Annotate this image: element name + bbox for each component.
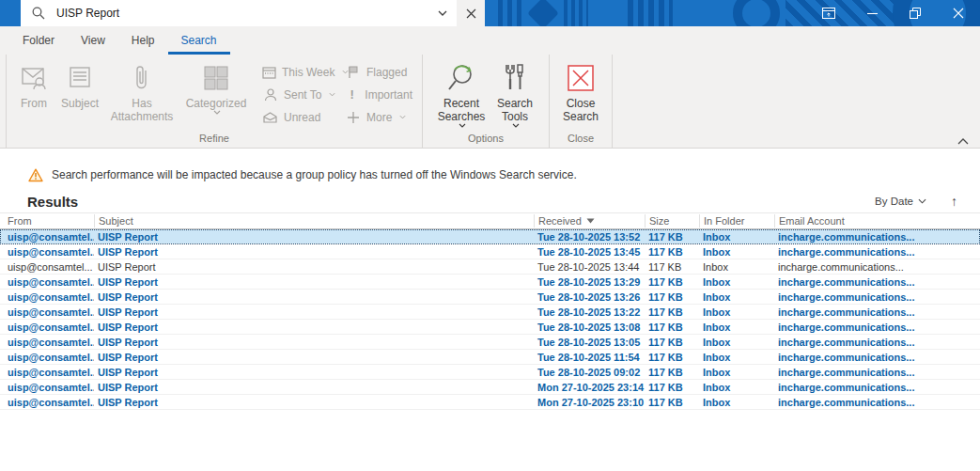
row-folder: Inbox (699, 231, 774, 243)
column-header-received[interactable]: Received (534, 214, 645, 228)
plus-icon (345, 112, 361, 123)
table-row[interactable]: uisp@consamtel... UISP Report Tue 28-10-… (0, 290, 980, 305)
table-row[interactable]: uisp@consamtel... UISP Report Mon 27-10-… (0, 395, 980, 410)
collapse-ribbon-icon[interactable] (957, 138, 969, 145)
row-size: 117 KB (645, 276, 699, 288)
sort-by-dropdown[interactable]: By Date (875, 196, 926, 207)
row-received: Tue 28-10-2025 13:52 (534, 231, 645, 243)
results-title: Results (27, 194, 875, 210)
row-folder: Inbox (699, 367, 774, 378)
search-box[interactable] (21, 0, 485, 26)
results-pane: Search performance will be impacted beca… (0, 149, 980, 410)
row-folder: Inbox (699, 276, 774, 288)
row-account: incharge.communications... (774, 397, 980, 408)
flag-icon (345, 66, 361, 79)
column-header-size[interactable]: Size (645, 214, 699, 228)
recent-searches-button[interactable]: Recent Searches (432, 56, 490, 128)
more-button[interactable]: More (345, 109, 412, 125)
tab-view[interactable]: View (68, 26, 118, 55)
table-row[interactable]: uisp@consamtel... UISP Report Tue 28-10-… (0, 229, 980, 244)
tab-help[interactable]: Help (118, 26, 168, 55)
search-input[interactable] (56, 7, 428, 20)
row-account: incharge.communications... (774, 231, 980, 243)
row-folder: Inbox (699, 352, 774, 363)
results-rows: uisp@consamtel... UISP Report Tue 28-10-… (0, 229, 980, 410)
row-account: incharge.communications... (774, 306, 980, 318)
row-subject: UISP Report (94, 246, 534, 258)
table-row[interactable]: uisp@consamtel... UISP Report Mon 27-10-… (0, 380, 980, 395)
column-header-from[interactable]: From (0, 214, 94, 228)
search-close-button[interactable] (457, 0, 485, 26)
this-week-button[interactable]: This Week (262, 64, 339, 80)
restore-button[interactable] (894, 0, 937, 26)
has-attachments-button[interactable]: Has Attachments (104, 56, 179, 123)
ribbon-display-options-button[interactable] (807, 0, 850, 26)
sort-direction-button[interactable]: ↑ (951, 194, 957, 209)
row-size: 117 KB (645, 337, 699, 348)
row-subject: UISP Report (94, 337, 534, 348)
tab-folder[interactable]: Folder (9, 26, 68, 55)
table-row[interactable]: uisp@consamtel... UISP Report Tue 28-10-… (0, 320, 980, 335)
row-folder: Inbox (699, 261, 774, 273)
row-size: 117 KB (645, 231, 699, 243)
row-account: incharge.communications... (774, 337, 980, 348)
flagged-button[interactable]: Flagged (345, 64, 412, 80)
row-folder: Inbox (699, 291, 774, 303)
search-dropdown-chevron-icon[interactable] (428, 0, 457, 26)
row-subject: UISP Report (94, 306, 534, 318)
sent-to-button[interactable]: Sent To (262, 86, 339, 102)
column-header-subject[interactable]: Subject (94, 214, 534, 228)
row-subject: UISP Report (94, 367, 534, 378)
row-folder: Inbox (699, 397, 774, 408)
column-header-email-account[interactable]: Email Account (774, 214, 980, 228)
table-row[interactable]: uisp@consamtel... UISP Report Tue 28-10-… (0, 259, 980, 275)
row-account: incharge.communications... (774, 322, 980, 333)
row-account: incharge.communications... (774, 291, 980, 303)
table-row[interactable]: uisp@consamtel... UISP Report Tue 28-10-… (0, 244, 980, 259)
sort-by-chevron-icon (918, 198, 926, 204)
important-button[interactable]: ! Important (345, 86, 412, 102)
group-label-options: Options (423, 131, 549, 148)
column-header-in-folder[interactable]: In Folder (699, 214, 774, 228)
row-size: 117 KB (645, 367, 699, 378)
warning-text: Search performance will be impacted beca… (52, 168, 577, 181)
row-from: uisp@consamtel... (0, 291, 94, 303)
table-row[interactable]: uisp@consamtel... UISP Report Tue 28-10-… (0, 350, 980, 365)
row-subject: UISP Report (94, 352, 534, 363)
unread-button[interactable]: Unread (262, 109, 339, 125)
table-row[interactable]: uisp@consamtel... UISP Report Tue 28-10-… (0, 365, 980, 380)
row-from: uisp@consamtel... (0, 337, 94, 348)
categorized-icon (203, 59, 229, 97)
titlebar-art-stripes (498, 0, 526, 26)
titlebar-art-circle (733, 0, 780, 26)
exclamation-icon: ! (345, 87, 359, 102)
table-row[interactable]: uisp@consamtel... UISP Report Tue 28-10-… (0, 305, 980, 320)
row-account: incharge.communications... (774, 276, 980, 288)
recent-searches-chevron-icon (459, 123, 466, 128)
subject-button[interactable]: Subject (55, 56, 104, 110)
row-size: 117 KB (645, 291, 699, 303)
categorized-button[interactable]: Categorized (179, 56, 253, 115)
row-folder: Inbox (699, 246, 774, 258)
ribbon-group-options: Recent Searches Search Tools Options (423, 55, 550, 148)
from-button[interactable]: From (12, 56, 55, 110)
row-size: 117 KB (645, 382, 699, 393)
close-search-button[interactable]: Close Search (557, 56, 604, 123)
table-row[interactable]: uisp@consamtel... UISP Report Tue 28-10-… (0, 335, 980, 350)
tab-search[interactable]: Search (168, 26, 230, 55)
row-received: Mon 27-10-2025 23:14 (534, 382, 645, 393)
search-icon (32, 7, 45, 20)
row-folder: Inbox (699, 322, 774, 333)
row-size: 117 KB (645, 306, 699, 318)
row-from: uisp@consamtel... (0, 382, 94, 393)
search-tools-button[interactable]: Search Tools (490, 56, 539, 128)
row-folder: Inbox (699, 306, 774, 318)
row-account: incharge.communications... (774, 246, 980, 258)
minimize-button[interactable] (850, 0, 894, 26)
results-header: Results By Date ↑ (0, 184, 980, 212)
row-account: incharge.communications... (774, 382, 980, 393)
row-from: uisp@consamtel... (0, 397, 94, 408)
close-button[interactable] (937, 0, 980, 26)
table-row[interactable]: uisp@consamtel... UISP Report Tue 28-10-… (0, 275, 980, 290)
results-column-headers: From Subject Received Size In Folder Ema… (0, 212, 980, 229)
